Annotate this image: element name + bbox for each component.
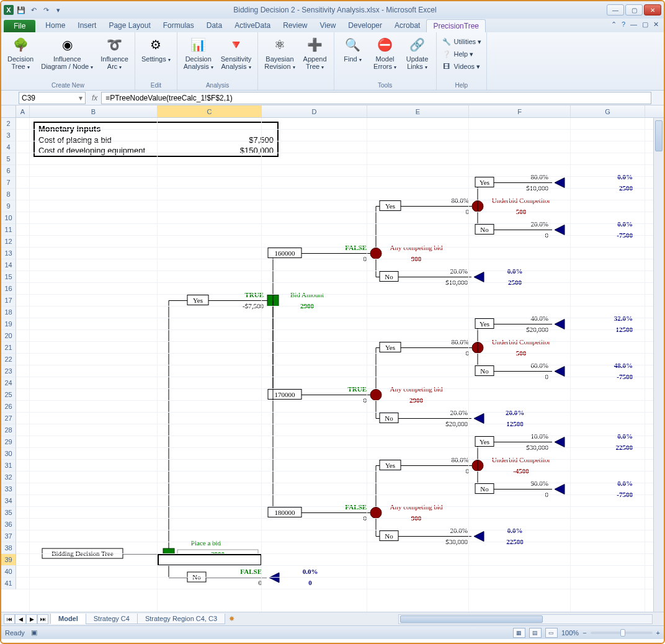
- column-header-D[interactable]: D: [262, 105, 367, 117]
- row-header-32[interactable]: 32: [1, 472, 16, 483]
- model-errors-button[interactable]: ⛔ModelErrors ▾: [370, 34, 400, 72]
- grid-canvas[interactable]: Monetary inputs Cost of placing a bid$7,…: [16, 118, 653, 612]
- row-header-3[interactable]: 3: [1, 130, 16, 141]
- utilities-button[interactable]: 🔧Utilities ▾: [440, 36, 483, 47]
- column-headers[interactable]: ABCDEFG: [1, 105, 664, 118]
- column-header-C[interactable]: C: [158, 105, 262, 117]
- sheet-tab-strategy-region-c4-c3[interactable]: Strategy Region C4, C3: [137, 614, 225, 624]
- row-header-38[interactable]: 38: [1, 542, 16, 554]
- tab-insert[interactable]: Insert: [71, 19, 102, 32]
- row-header-36[interactable]: 36: [1, 519, 16, 530]
- minimize-button[interactable]: —: [607, 4, 624, 16]
- maximize-button[interactable]: ▢: [625, 4, 643, 16]
- row-header-12[interactable]: 12: [1, 236, 16, 248]
- append-tree-button[interactable]: ➕AppendTree ▾: [300, 34, 330, 72]
- vertical-scrollbar[interactable]: [653, 118, 664, 612]
- sensitivity-analysis-button[interactable]: 🔻SensitivityAnalysis ▾: [218, 34, 254, 72]
- new-sheet-icon[interactable]: ✸: [229, 615, 234, 623]
- bayesian-revision-button[interactable]: ⚛BayesianRevision ▾: [262, 34, 297, 72]
- influence-arc-button[interactable]: ➰InfluenceArc ▾: [98, 34, 131, 72]
- window-restore-icon[interactable]: ▢: [642, 20, 648, 29]
- row-header-7[interactable]: 7: [1, 177, 16, 189]
- zoom-slider[interactable]: [591, 632, 653, 634]
- window-min-icon[interactable]: —: [630, 20, 637, 29]
- tab-page-layout[interactable]: Page Layout: [102, 19, 156, 32]
- zoom-slider-knob[interactable]: [620, 629, 625, 637]
- qat-dropdown-icon[interactable]: ▾: [53, 5, 63, 15]
- formula-input[interactable]: =PTreeNodeValue(treeCalc_1!$F$2,1): [101, 92, 651, 104]
- redo-icon[interactable]: ↷: [41, 5, 51, 15]
- videos-button[interactable]: 🎞Videos ▾: [440, 61, 483, 72]
- row-header-28[interactable]: 28: [1, 424, 16, 436]
- row-header-19[interactable]: 19: [1, 318, 16, 330]
- close-button[interactable]: ✕: [644, 4, 661, 16]
- row-header-31[interactable]: 31: [1, 460, 16, 472]
- row-header-30[interactable]: 30: [1, 448, 16, 460]
- row-header-18[interactable]: 18: [1, 306, 16, 318]
- row-header-40[interactable]: 40: [1, 566, 16, 578]
- row-header-34[interactable]: 34: [1, 495, 16, 507]
- sheet-tab-model[interactable]: Model: [50, 614, 86, 624]
- row-header-10[interactable]: 10: [1, 212, 16, 224]
- row-header-5[interactable]: 5: [1, 153, 16, 165]
- row-header-17[interactable]: 17: [1, 295, 16, 306]
- tab-formulas[interactable]: Formulas: [157, 19, 200, 32]
- tab-home[interactable]: Home: [39, 19, 71, 32]
- column-header-G[interactable]: G: [571, 105, 645, 117]
- row-header-4[interactable]: 4: [1, 141, 16, 153]
- row-header-25[interactable]: 25: [1, 389, 16, 401]
- column-header-A[interactable]: A: [16, 105, 30, 117]
- row-header-9[interactable]: 9: [1, 200, 16, 212]
- row-header-39[interactable]: 39: [1, 554, 16, 566]
- row-header-15[interactable]: 15: [1, 271, 16, 283]
- tab-developer[interactable]: Developer: [342, 19, 388, 32]
- page-break-view-icon[interactable]: ▭: [545, 628, 558, 638]
- decision-tree-button[interactable]: 🌳DecisionTree ▾: [5, 34, 36, 72]
- column-header-F[interactable]: F: [469, 105, 571, 117]
- vscroll-thumb[interactable]: [655, 120, 663, 151]
- normal-view-icon[interactable]: ▦: [513, 628, 525, 638]
- sheet-first-icon[interactable]: ⏮: [4, 614, 15, 624]
- sheet-tab-strategy-c4[interactable]: Strategy C4: [86, 614, 138, 624]
- settings-button[interactable]: ⚙Settings ▾: [139, 34, 173, 65]
- save-icon[interactable]: 💾: [16, 5, 26, 15]
- column-header-E[interactable]: E: [367, 105, 469, 117]
- help-icon[interactable]: ?: [622, 20, 625, 29]
- row-header-35[interactable]: 35: [1, 507, 16, 519]
- row-header-23[interactable]: 23: [1, 365, 16, 377]
- tab-acrobat[interactable]: Acrobat: [388, 19, 426, 32]
- tab-activedata[interactable]: ActiveData: [228, 19, 277, 32]
- macro-record-icon[interactable]: ▣: [31, 628, 37, 637]
- find-button[interactable]: 🔍Find ▾: [338, 34, 368, 65]
- tab-review[interactable]: Review: [277, 19, 313, 32]
- row-header-11[interactable]: 11: [1, 224, 16, 236]
- undo-icon[interactable]: ↶: [29, 5, 38, 15]
- ribbon-minimize-icon[interactable]: ⌃: [611, 20, 617, 29]
- zoom-level[interactable]: 100%: [561, 629, 579, 637]
- row-header-6[interactable]: 6: [1, 165, 16, 177]
- zoom-out-icon[interactable]: −: [582, 629, 586, 637]
- tab-view[interactable]: View: [314, 19, 342, 32]
- influence-diagram-button[interactable]: ◉InfluenceDiagram / Node ▾: [38, 34, 96, 72]
- name-box-dropdown-icon[interactable]: ▾: [79, 94, 83, 102]
- row-header-20[interactable]: 20: [1, 330, 16, 342]
- row-header-27[interactable]: 27: [1, 413, 16, 424]
- row-header-22[interactable]: 22: [1, 354, 16, 365]
- sheet-next-icon[interactable]: ▶: [26, 614, 37, 624]
- row-header-21[interactable]: 21: [1, 342, 16, 354]
- help-button[interactable]: ❔Help ▾: [440, 48, 483, 60]
- row-header-37[interactable]: 37: [1, 530, 16, 542]
- hscroll-thumb[interactable]: [400, 615, 543, 623]
- row-header-33[interactable]: 33: [1, 483, 16, 495]
- row-header-24[interactable]: 24: [1, 377, 16, 389]
- tab-precisiontree[interactable]: PrecisionTree: [426, 19, 486, 32]
- update-links-button[interactable]: 🔗UpdateLinks ▾: [403, 34, 432, 72]
- worksheet-area[interactable]: ABCDEFG 23456789101112131415161718192021…: [1, 105, 664, 612]
- row-header-26[interactable]: 26: [1, 401, 16, 413]
- sheet-nav-arrows[interactable]: ⏮ ◀ ▶ ⏭: [4, 614, 48, 624]
- select-all-corner[interactable]: [1, 105, 16, 117]
- column-header-B[interactable]: B: [30, 105, 158, 117]
- row-header-8[interactable]: 8: [1, 189, 16, 200]
- tab-data[interactable]: Data: [200, 19, 228, 32]
- row-header-16[interactable]: 16: [1, 283, 16, 295]
